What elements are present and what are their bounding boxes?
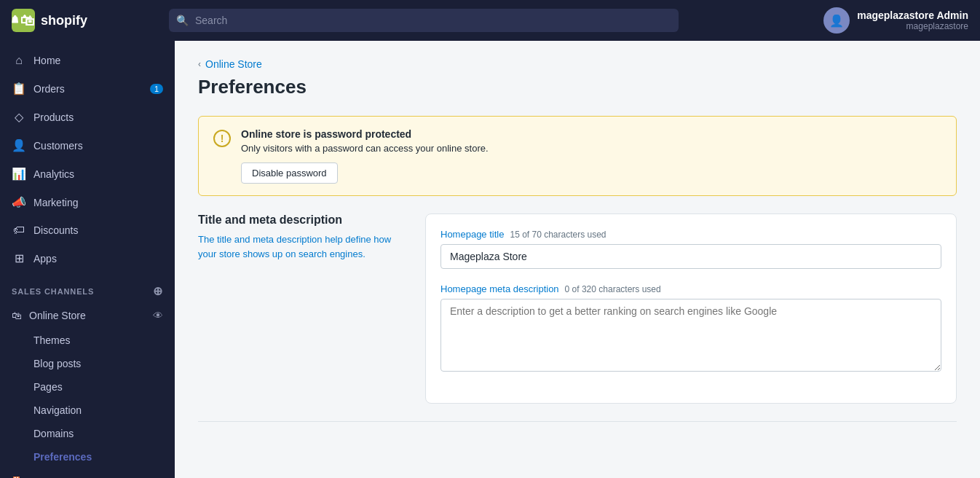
- search-bar[interactable]: 🔍: [169, 9, 679, 32]
- homepage-meta-char-count: 0 of 320 characters used: [565, 284, 661, 294]
- homepage-meta-label: Homepage meta description: [440, 283, 559, 294]
- sidebar-item-point-of-sale[interactable]: 🏪 Point of Sale: [0, 469, 175, 478]
- sidebar-item-marketing[interactable]: 📣 Marketing: [0, 188, 175, 216]
- sidebar-item-label: Discounts: [33, 224, 78, 236]
- homepage-title-label-row: Homepage title 15 of 70 characters used: [440, 229, 941, 240]
- orders-icon: 📋: [12, 82, 26, 95]
- homepage-meta-group: Homepage meta description 0 of 320 chara…: [440, 283, 941, 374]
- discounts-icon: 🏷: [12, 224, 26, 237]
- sales-channels-label: SALES CHANNELS: [12, 287, 94, 296]
- sidebar-item-themes[interactable]: Themes: [0, 329, 175, 352]
- user-name: mageplazastore Admin: [857, 9, 968, 21]
- password-alert-banner: ! Online store is password protected Onl…: [198, 116, 957, 196]
- homepage-title-char-count: 15 of 70 characters used: [510, 230, 606, 240]
- user-store: mageplazastore: [857, 21, 968, 31]
- sidebar-item-domains[interactable]: Domains: [0, 422, 175, 445]
- avatar: 👤: [823, 7, 850, 34]
- products-icon: ◇: [12, 110, 26, 124]
- alert-content: Online store is password protected Only …: [241, 128, 489, 184]
- homepage-meta-label-row: Homepage meta description 0 of 320 chara…: [440, 283, 941, 294]
- alert-icon: !: [213, 130, 231, 147]
- marketing-icon: 📣: [12, 195, 26, 209]
- sidebar-item-label: Home: [33, 55, 60, 66]
- sidebar-item-pages[interactable]: Pages: [0, 375, 175, 399]
- main-content: ‹ Online Store Preferences ! Online stor…: [175, 41, 980, 478]
- search-input[interactable]: [169, 9, 679, 32]
- sidebar-item-navigation[interactable]: Navigation: [0, 399, 175, 422]
- eye-icon[interactable]: 👁: [153, 310, 163, 321]
- online-store-sub-items: Themes Blog posts Pages Navigation Domai…: [0, 329, 175, 469]
- section-description: Title and meta description The title and…: [198, 213, 402, 404]
- sales-channels-header: SALES CHANNELS ⊕: [0, 273, 175, 302]
- top-navigation: 🛍 shopify 🔍 👤 mageplazastore Admin magep…: [0, 0, 980, 41]
- section-divider: [198, 421, 957, 422]
- sidebar-item-analytics[interactable]: 📊 Analytics: [0, 160, 175, 188]
- online-store-label: Online Store: [29, 310, 86, 321]
- orders-badge: 1: [150, 84, 163, 94]
- sidebar-item-apps[interactable]: ⊞ Apps: [0, 244, 175, 273]
- customers-icon: 👤: [12, 138, 26, 152]
- section-fields: Homepage title 15 of 70 characters used …: [425, 213, 957, 404]
- online-store-icon: 🛍: [12, 310, 22, 321]
- logo-area: 🛍 shopify: [12, 9, 157, 32]
- search-icon: 🔍: [176, 15, 189, 26]
- disable-password-button[interactable]: Disable password: [241, 162, 338, 184]
- section-heading: Title and meta description: [198, 213, 402, 227]
- sidebar-item-customers[interactable]: 👤 Customers: [0, 131, 175, 160]
- apps-icon: ⊞: [12, 251, 26, 265]
- homepage-title-label: Homepage title: [440, 229, 504, 240]
- shopify-logo-icon: 🛍: [12, 9, 35, 32]
- breadcrumb-chevron: ‹: [198, 59, 201, 69]
- breadcrumb-parent[interactable]: Online Store: [205, 58, 262, 70]
- sidebar-item-orders[interactable]: 📋 Orders 1: [0, 74, 175, 103]
- sidebar-item-label: Customers: [33, 140, 83, 152]
- homepage-title-group: Homepage title 15 of 70 characters used: [440, 229, 941, 269]
- sidebar-item-discounts[interactable]: 🏷 Discounts: [0, 216, 175, 244]
- logo-text: shopify: [41, 13, 87, 28]
- sidebar-item-home[interactable]: ⌂ Home: [0, 47, 175, 74]
- sidebar-item-label: Apps: [33, 253, 57, 265]
- sidebar-item-label: Marketing: [33, 197, 78, 208]
- user-area: 👤 mageplazastore Admin mageplazastore: [823, 7, 968, 34]
- user-info: mageplazastore Admin mageplazastore: [857, 9, 968, 31]
- sidebar-item-blog-posts[interactable]: Blog posts: [0, 352, 175, 375]
- homepage-meta-textarea[interactable]: [440, 299, 941, 372]
- home-icon: ⌂: [12, 54, 26, 67]
- add-channel-icon[interactable]: ⊕: [153, 284, 163, 298]
- sidebar-item-label: Orders: [33, 83, 65, 95]
- page-title: Preferences: [198, 76, 957, 98]
- section-description-text: The title and meta description help defi…: [198, 232, 402, 261]
- sidebar: ⌂ Home 📋 Orders 1 ◇ Products 👤 Customers…: [0, 41, 175, 478]
- homepage-title-input[interactable]: [440, 244, 941, 269]
- analytics-icon: 📊: [12, 167, 26, 181]
- title-meta-section: Title and meta description The title and…: [198, 213, 957, 404]
- sidebar-item-products[interactable]: ◇ Products: [0, 103, 175, 131]
- alert-title: Online store is password protected: [241, 128, 489, 140]
- alert-description: Only visitors with a password can access…: [241, 143, 489, 154]
- sidebar-item-label: Products: [33, 111, 74, 123]
- sidebar-item-label: Analytics: [33, 168, 74, 180]
- sidebar-item-preferences[interactable]: Preferences: [0, 445, 175, 469]
- sidebar-item-online-store[interactable]: 🛍 Online Store 👁: [0, 302, 175, 329]
- breadcrumb[interactable]: ‹ Online Store: [198, 58, 957, 70]
